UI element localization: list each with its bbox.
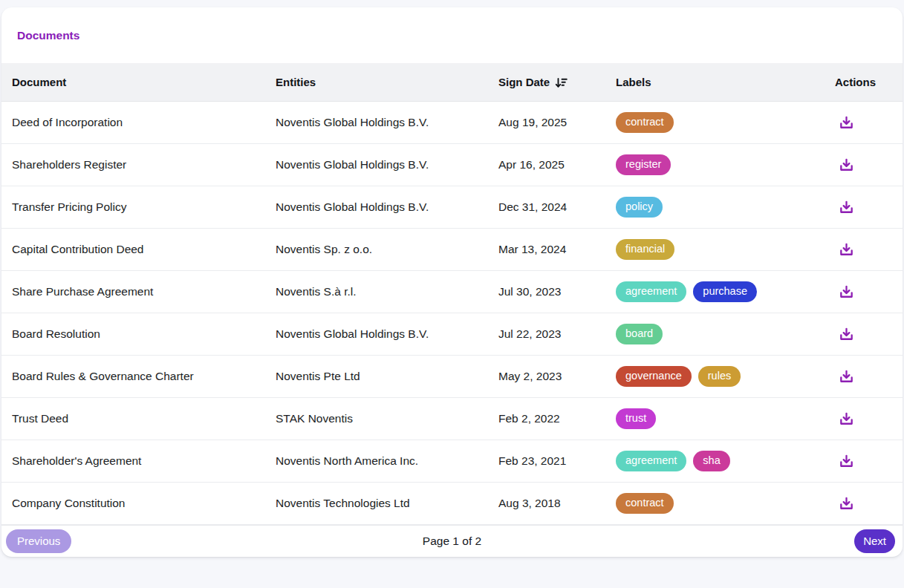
download-button[interactable] xyxy=(835,196,858,219)
download-icon xyxy=(838,199,855,216)
document-name: Board Resolution xyxy=(1,327,265,341)
label-pill: agreement xyxy=(616,281,686,301)
table-row: Capital Contribution Deed Noventis Sp. z… xyxy=(1,229,903,271)
table-row: Shareholder's Agreement Noventis North A… xyxy=(1,440,903,483)
document-name: Shareholders Register xyxy=(1,158,265,172)
label-pill: governance xyxy=(616,366,692,386)
entity-name: Noventis North America Inc. xyxy=(265,454,488,468)
labels-cell: register xyxy=(605,154,825,174)
entity-name: Noventis Global Holdings B.V. xyxy=(265,200,488,214)
entity-name: Noventis Pte Ltd xyxy=(265,370,488,383)
label-pill: rules xyxy=(698,366,741,386)
column-header-labels: Labels xyxy=(605,76,825,88)
download-button[interactable] xyxy=(835,365,858,388)
column-header-sign-date-label: Sign Date xyxy=(498,76,550,88)
column-header-entities[interactable]: Entities xyxy=(265,76,488,88)
label-pill: contract xyxy=(616,493,674,513)
download-button[interactable] xyxy=(835,111,858,134)
document-name: Shareholder's Agreement xyxy=(1,454,265,468)
document-name: Capital Contribution Deed xyxy=(1,243,265,256)
table-row: Transfer Pricing Policy Noventis Global … xyxy=(1,186,903,229)
labels-cell: financial xyxy=(605,239,825,259)
download-icon xyxy=(838,495,855,512)
download-icon xyxy=(838,114,855,131)
table-row: Board Resolution Noventis Global Holding… xyxy=(1,313,903,356)
previous-button[interactable]: Previous xyxy=(6,529,71,553)
download-icon xyxy=(838,284,855,301)
sign-date: Apr 16, 2025 xyxy=(488,158,605,172)
label-pill: board xyxy=(616,324,663,344)
actions-cell xyxy=(825,281,903,304)
download-icon xyxy=(838,326,855,343)
labels-cell: board xyxy=(605,324,825,344)
table-row: Shareholders Register Noventis Global Ho… xyxy=(1,144,903,186)
labels-cell: contract xyxy=(605,112,825,132)
actions-cell xyxy=(825,408,903,431)
sign-date: Dec 31, 2024 xyxy=(488,200,605,214)
table-row: Company Constitution Noventis Technologi… xyxy=(1,483,903,525)
label-pill: agreement xyxy=(616,451,686,471)
table-row: Deed of Incorporation Noventis Global Ho… xyxy=(1,102,903,144)
actions-cell xyxy=(825,238,903,261)
download-button[interactable] xyxy=(835,492,858,515)
next-button[interactable]: Next xyxy=(854,529,895,553)
entity-name: Noventis Sp. z o.o. xyxy=(265,243,488,256)
download-button[interactable] xyxy=(835,323,858,346)
column-header-document[interactable]: Document xyxy=(1,76,265,88)
label-pill: contract xyxy=(616,112,674,132)
column-header-sign-date[interactable]: Sign Date xyxy=(488,75,605,89)
sign-date: Jul 22, 2023 xyxy=(488,327,605,341)
labels-cell: trust xyxy=(605,408,825,428)
labels-cell: agreementpurchase xyxy=(605,281,825,301)
actions-cell xyxy=(825,154,903,177)
sign-date: Aug 19, 2025 xyxy=(488,116,605,129)
entity-name: STAK Noventis xyxy=(265,412,488,425)
entity-name: Noventis S.à r.l. xyxy=(265,285,488,298)
actions-cell xyxy=(825,323,903,346)
entity-name: Noventis Global Holdings B.V. xyxy=(265,116,488,129)
label-pill: sha xyxy=(693,451,729,471)
table-header-row: Document Entities Sign Date Labels Actio… xyxy=(1,63,903,102)
actions-cell xyxy=(825,450,903,473)
labels-cell: policy xyxy=(605,197,825,217)
document-name: Company Constitution xyxy=(1,497,265,510)
download-icon xyxy=(838,453,855,470)
card-header: Documents xyxy=(1,7,903,63)
download-button[interactable] xyxy=(835,408,858,431)
sign-date: Aug 3, 2018 xyxy=(488,497,605,510)
document-name: Deed of Incorporation xyxy=(1,116,265,129)
sign-date: Feb 23, 2021 xyxy=(488,454,605,468)
document-name: Share Purchase Agreement xyxy=(1,285,265,298)
sign-date: Jul 30, 2023 xyxy=(488,285,605,298)
download-icon xyxy=(838,241,855,258)
page-status: Page 1 of 2 xyxy=(1,535,903,548)
sign-date: Feb 2, 2022 xyxy=(488,412,605,425)
entity-name: Noventis Technologies Ltd xyxy=(265,497,488,510)
download-icon xyxy=(838,157,855,174)
actions-cell xyxy=(825,196,903,219)
column-header-actions: Actions xyxy=(825,76,903,88)
download-button[interactable] xyxy=(835,238,858,261)
entity-name: Noventis Global Holdings B.V. xyxy=(265,327,488,341)
page-title: Documents xyxy=(17,29,79,42)
download-button[interactable] xyxy=(835,450,858,473)
document-name: Transfer Pricing Policy xyxy=(1,200,265,214)
sign-date: Mar 13, 2024 xyxy=(488,243,605,256)
document-name: Trust Deed xyxy=(1,412,265,425)
label-pill: trust xyxy=(616,408,656,428)
labels-cell: contract xyxy=(605,493,825,513)
table-body: Deed of Incorporation Noventis Global Ho… xyxy=(1,102,903,525)
download-icon xyxy=(838,368,855,385)
documents-card: Documents Document Entities Sign Date La… xyxy=(1,7,903,557)
actions-cell xyxy=(825,365,903,388)
download-button[interactable] xyxy=(835,281,858,304)
pagination-bar: Previous Page 1 of 2 Next xyxy=(1,525,903,557)
labels-cell: agreementsha xyxy=(605,451,825,471)
download-button[interactable] xyxy=(835,154,858,177)
entity-name: Noventis Global Holdings B.V. xyxy=(265,158,488,172)
actions-cell xyxy=(825,492,903,515)
actions-cell xyxy=(825,111,903,134)
table-row: Share Purchase Agreement Noventis S.à r.… xyxy=(1,271,903,313)
label-pill: financial xyxy=(616,239,674,259)
label-pill: register xyxy=(616,154,671,174)
